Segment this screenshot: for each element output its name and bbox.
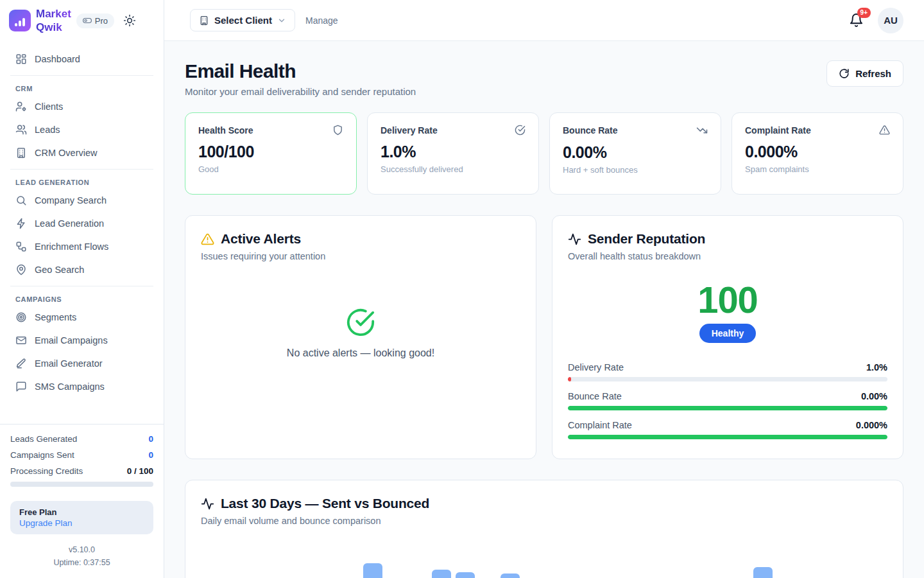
sidebar-item-email-generator[interactable]: Email Generator <box>10 352 153 375</box>
stat-label: Bounce Rate <box>563 125 618 136</box>
sidebar-item-label: Dashboard <box>35 54 80 64</box>
chevron-down-icon <box>277 16 286 25</box>
page-subtitle: Monitor your email deliverability and se… <box>185 86 416 97</box>
refresh-label: Refresh <box>855 68 891 79</box>
sidebar-item-geo-search[interactable]: Geo Search <box>10 258 153 281</box>
select-client-dropdown[interactable]: Select Client <box>190 9 295 31</box>
stat-value: 0.00% <box>563 143 708 162</box>
toggle-icon <box>83 16 92 25</box>
section-label-campaigns: CAMPAIGNS <box>15 295 148 303</box>
sidebar-item-label: Leads <box>35 125 60 135</box>
message-icon <box>15 381 27 392</box>
sidebar-item-label: SMS Campaigns <box>35 381 105 392</box>
stat-card-bounce-rate: Bounce Rate 0.00% Hard + soft bounces <box>549 112 721 195</box>
stat-value: 0.000% <box>745 143 890 161</box>
usage-row-processing-credits: Processing Credits 0 / 100 <box>10 463 153 479</box>
panel-title: Active Alerts <box>221 231 301 247</box>
divider <box>10 286 153 286</box>
breakdown-row-bounce: Bounce Rate 0.00% <box>568 391 887 410</box>
plan-box: Free Plan Upgrade Plan <box>10 501 153 534</box>
warning-triangle-icon <box>201 232 214 246</box>
target-icon <box>15 311 27 323</box>
sidebar-item-label: CRM Overview <box>35 148 97 158</box>
usage-row-leads-generated: Leads Generated 0 <box>10 431 153 447</box>
upgrade-plan-link[interactable]: Upgrade Plan <box>19 518 144 528</box>
sidebar-item-crm-overview[interactable]: CRM Overview <box>10 141 153 164</box>
breakdown-label: Complaint Rate <box>568 420 632 430</box>
page-title: Email Health <box>185 60 416 82</box>
reputation-score: 100 <box>568 278 887 321</box>
reputation-breakdown: Delivery Rate 1.0% Bounce Rate 0.00% <box>568 362 887 439</box>
breakdown-value: 0.000% <box>856 420 887 430</box>
page-content: Email Health Monitor your email delivera… <box>164 41 924 578</box>
sidebar-item-leads[interactable]: Leads <box>10 118 153 141</box>
alert-triangle-icon <box>879 125 890 136</box>
stat-card-complaint-rate: Complaint Rate 0.000% Spam complaints <box>732 112 903 195</box>
page-header: Email Health Monitor your email delivera… <box>185 60 903 97</box>
topbar: Select Client Manage 9+ AU <box>164 0 924 41</box>
sidebar-item-lead-generation[interactable]: Lead Generation <box>10 212 153 235</box>
version-block: v5.10.0 Uptime: 0:37:55 <box>0 538 164 578</box>
zap-icon <box>15 218 27 229</box>
sidebar-item-email-campaigns[interactable]: Email Campaigns <box>10 329 153 352</box>
logo-row: Market Qwik Pro <box>0 0 164 41</box>
panel-subtitle: Overall health status breakdown <box>568 251 887 261</box>
dashboard-icon <box>15 53 27 65</box>
usage-label: Leads Generated <box>10 434 77 444</box>
activity-icon <box>568 232 581 246</box>
app-title: Market Qwik <box>36 7 71 35</box>
breakdown-label: Bounce Rate <box>568 391 622 401</box>
circle-check-icon <box>515 125 526 136</box>
section-label-lead-generation: LEAD GENERATION <box>15 179 148 186</box>
progress-track <box>568 435 887 439</box>
sidebar-item-dashboard[interactable]: Dashboard <box>10 48 153 71</box>
shield-icon <box>332 125 343 136</box>
middle-panel-grid: Active Alerts Issues requiring your atte… <box>185 215 903 459</box>
refresh-icon <box>839 68 850 79</box>
sidebar-item-label: Company Search <box>35 195 107 206</box>
stat-label: Delivery Rate <box>381 125 438 136</box>
breakdown-value: 1.0% <box>866 362 887 372</box>
sidebar-item-label: Email Generator <box>35 358 103 369</box>
chart-subtitle: Daily email volume and bounce comparison <box>201 516 887 526</box>
sidebar-item-sms-campaigns[interactable]: SMS Campaigns <box>10 375 153 398</box>
app-uptime: Uptime: 0:37:55 <box>0 556 164 569</box>
pro-badge[interactable]: Pro <box>76 13 114 28</box>
stat-value: 100/100 <box>198 143 343 161</box>
main-column: Select Client Manage 9+ AU Email Health … <box>164 0 924 578</box>
sidebar-item-enrichment-flows[interactable]: Enrichment Flows <box>10 235 153 258</box>
chart-title: Last 30 Days — Sent vs Bounced <box>221 496 429 511</box>
breakdown-label: Delivery Rate <box>568 362 624 372</box>
refresh-button[interactable]: Refresh <box>826 60 903 87</box>
mail-icon <box>15 335 27 346</box>
sidebar-item-label: Segments <box>35 312 76 322</box>
usage-row-campaigns-sent: Campaigns Sent 0 <box>10 447 153 463</box>
sidebar-item-clients[interactable]: Clients <box>10 95 153 118</box>
breakdown-value: 0.00% <box>861 391 887 401</box>
sidebar-item-segments[interactable]: Segments <box>10 306 153 329</box>
sent-vs-bounced-chart-card: Last 30 Days — Sent vs Bounced Daily ema… <box>185 480 903 578</box>
progress-track <box>568 406 887 410</box>
sidebar-item-label: Enrichment Flows <box>35 241 108 252</box>
active-alerts-card: Active Alerts Issues requiring your atte… <box>185 215 536 459</box>
pro-badge-label: Pro <box>95 16 108 26</box>
avatar[interactable]: AU <box>878 8 903 33</box>
theme-toggle-button[interactable] <box>123 14 136 27</box>
check-circle-icon <box>346 308 375 337</box>
trending-down-icon <box>696 125 708 136</box>
usage-label: Processing Credits <box>10 466 83 476</box>
progress-fill <box>568 435 887 439</box>
plan-name: Free Plan <box>19 507 144 517</box>
notifications-button[interactable]: 9+ <box>849 13 864 28</box>
stat-label: Complaint Rate <box>745 125 811 136</box>
status-badge: Healthy <box>699 324 757 343</box>
building-icon <box>15 147 27 159</box>
stat-card-grid: Health Score 100/100 Good Delivery Rate <box>185 112 903 195</box>
sidebar-item-company-search[interactable]: Company Search <box>10 189 153 212</box>
map-pin-icon <box>15 264 27 276</box>
panel-title: Sender Reputation <box>588 231 705 247</box>
breakdown-row-delivery: Delivery Rate 1.0% <box>568 362 887 381</box>
manage-link[interactable]: Manage <box>305 15 338 26</box>
notification-count-badge: 9+ <box>857 8 871 18</box>
sidebar-item-label: Lead Generation <box>35 218 104 229</box>
